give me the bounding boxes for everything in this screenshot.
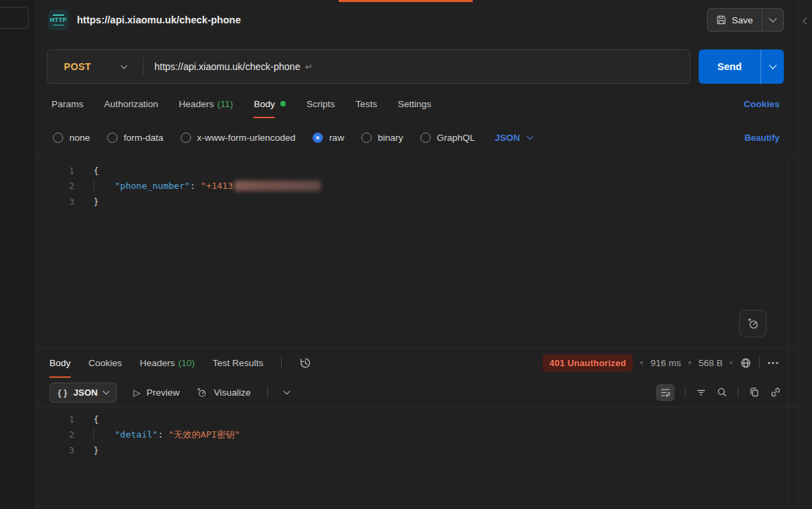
visualize-button[interactable]: Visualize (196, 387, 251, 398)
method-label: POST (64, 61, 91, 72)
headers-count-badge: (11) (217, 99, 233, 109)
response-tab-test-results[interactable]: Test Results (213, 348, 264, 378)
request-body-editor[interactable]: 1 { 2 "phone_number": "+1413 3 } (36, 157, 798, 347)
response-body-editor[interactable]: 1 { 2 "detail": "无效的API密钥" 3 } (36, 407, 798, 509)
http-method-icon: HTTP (48, 10, 69, 30)
chevron-down-icon (527, 133, 534, 139)
request-bar: POST https://api.xiaomu.uk/check-phone↵ … (36, 40, 798, 89)
wrap-text-icon (660, 387, 670, 398)
left-sidebar-rail (0, 0, 36, 509)
response-tab-headers[interactable]: Headers(10) (140, 348, 195, 378)
divider (685, 387, 686, 398)
save-options-button[interactable] (763, 9, 783, 31)
code-line: 2 "phone_number": "+1413 (36, 179, 798, 194)
send-button[interactable]: Send (699, 49, 760, 84)
more-options-button[interactable]: ••• (767, 359, 780, 367)
tab-body[interactable]: Body (253, 89, 286, 118)
response-tab-body[interactable]: Body (49, 348, 71, 378)
tab-scripts[interactable]: Scripts (306, 89, 335, 118)
response-time: 916 ms (651, 358, 681, 368)
line-number: 3 (36, 445, 74, 455)
redacted-phone-blur (234, 181, 321, 191)
braces-icon: { } (58, 387, 67, 398)
request-title: https://api.xiaomu.uk/check-phone (77, 14, 240, 25)
return-key-icon: ↵ (305, 62, 313, 72)
line-number: 3 (36, 196, 74, 207)
radio-x-www-form-urlencoded[interactable]: x-www-form-urlencoded (181, 133, 295, 143)
response-tab-cookies[interactable]: Cookies (89, 348, 122, 378)
chevron-down-icon (103, 387, 110, 394)
preview-button[interactable]: ▷ Preview (133, 387, 179, 398)
code-line: 1 { (36, 163, 798, 179)
tab-authorization[interactable]: Authorization (104, 89, 159, 118)
tab-params[interactable]: Params (52, 89, 84, 118)
chevron-down-icon (120, 62, 127, 69)
code-line: 3 } (36, 194, 798, 210)
copy-button[interactable] (749, 387, 760, 398)
copy-icon (749, 387, 760, 398)
network-info-button[interactable] (740, 357, 752, 369)
line-number: 2 (36, 181, 74, 191)
postbot-ai-button[interactable] (739, 310, 767, 337)
indent-guide (93, 429, 115, 440)
radio-none[interactable]: none (53, 133, 90, 143)
radio-raw[interactable]: raw (313, 133, 344, 143)
request-header: HTTP https://api.xiaomu.uk/check-phone S… (36, 0, 798, 40)
sidebar-collapsed-item[interactable] (0, 7, 29, 29)
radio-icon (53, 133, 63, 143)
response-meta: 401 Unauthorized 916 ms 568 B ••• (543, 354, 780, 372)
response-size: 568 B (699, 358, 723, 368)
search-button[interactable] (717, 387, 728, 398)
cookies-link[interactable]: Cookies (743, 99, 780, 109)
save-button-label: Save (732, 15, 753, 25)
right-sidebar-rail (798, 0, 812, 509)
wrap-text-button[interactable] (656, 384, 675, 401)
method-selector[interactable]: POST (47, 61, 143, 72)
response-toolbar-right (656, 384, 781, 401)
separator-dot (730, 361, 733, 364)
response-tabs: Body Cookies Headers(10) Test Results 40 (36, 347, 798, 378)
code-line: 2 "detail": "无效的API密钥" (36, 427, 798, 443)
beautify-link[interactable]: Beautify (745, 133, 780, 143)
link-icon (770, 387, 781, 398)
response-format-dropdown[interactable]: { } JSON (49, 383, 117, 403)
globe-icon (740, 357, 752, 369)
radio-form-data[interactable]: form-data (107, 133, 163, 143)
tab-settings[interactable]: Settings (398, 89, 431, 118)
request-workspace: HTTP https://api.xiaomu.uk/check-phone S… (36, 0, 798, 509)
radio-binary[interactable]: binary (361, 133, 403, 143)
send-split-button: Send (699, 49, 784, 84)
tab-headers[interactable]: Headers(11) (179, 89, 233, 118)
divider (759, 357, 760, 368)
url-box: POST https://api.xiaomu.uk/check-phone↵ (47, 49, 690, 84)
visualize-sparkle-icon (196, 387, 207, 398)
line-number: 1 (36, 166, 74, 176)
filter-icon (696, 387, 706, 398)
divider (267, 387, 268, 398)
separator-dot (688, 361, 691, 364)
radio-graphql[interactable]: GraphQL (420, 133, 475, 143)
radio-selected-icon (313, 133, 323, 143)
radio-icon (361, 133, 372, 143)
response-history-button[interactable] (300, 357, 311, 369)
link-button[interactable] (770, 387, 781, 398)
save-button[interactable]: Save (708, 9, 763, 31)
filter-button[interactable] (696, 387, 706, 398)
url-input[interactable]: https://api.xiaomu.uk/check-phone↵ (144, 61, 313, 72)
collapse-panel-icon[interactable] (803, 18, 810, 25)
tab-tests[interactable]: Tests (355, 89, 377, 118)
language-dropdown[interactable]: JSON (495, 133, 532, 143)
play-icon: ▷ (133, 387, 140, 398)
line-number: 1 (36, 414, 74, 425)
search-icon (717, 387, 728, 398)
response-toolbar: { } JSON ▷ Preview Visualize (36, 378, 798, 407)
chevron-down-icon (769, 14, 776, 22)
send-options-button[interactable] (760, 49, 784, 84)
save-split-button: Save (707, 8, 784, 32)
divider (281, 357, 282, 368)
chevron-down-icon (769, 61, 776, 69)
more-views-chevron[interactable] (284, 387, 291, 394)
api-client-window: HTTP https://api.xiaomu.uk/check-phone S… (0, 0, 812, 509)
code-line: 1 { (36, 411, 798, 427)
body-has-content-dot (280, 101, 286, 106)
